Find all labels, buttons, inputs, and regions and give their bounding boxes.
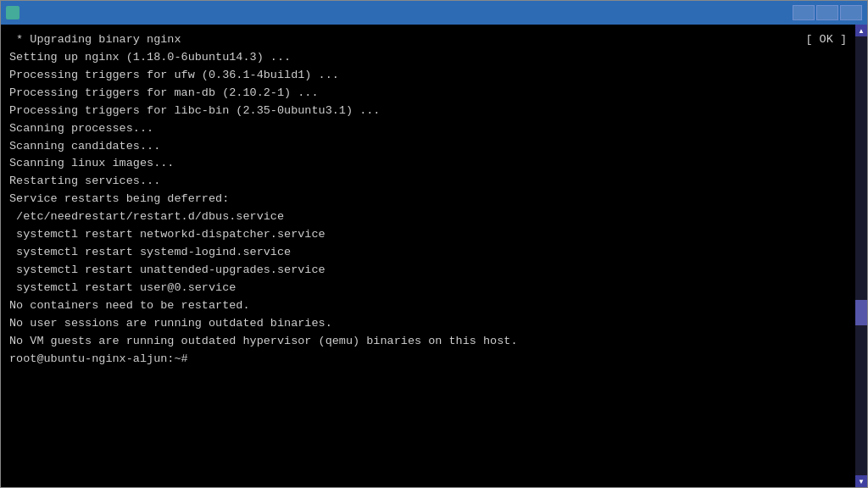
- scroll-up-arrow[interactable]: ▲: [855, 25, 867, 36]
- terminal-line: Scanning processes...: [9, 120, 847, 138]
- terminal-line: systemctl restart systemd-logind.service: [9, 244, 847, 262]
- terminal-line: Processing triggers for ufw (0.36.1-4bui…: [9, 67, 847, 85]
- terminal-line: systemctl restart unattended-upgrades.se…: [9, 262, 847, 280]
- scrollbar-track[interactable]: [855, 36, 867, 475]
- terminal-line: Scanning candidates...: [9, 138, 847, 156]
- terminal-line: Processing triggers for libc-bin (2.35-0…: [9, 103, 847, 120]
- terminal-line: No containers need to be restarted.: [9, 297, 847, 315]
- terminal-line: Setting up nginx (1.18.0-6ubuntu14.3) ..…: [9, 49, 847, 67]
- terminal-line: Processing triggers for man-db (2.10.2-1…: [9, 85, 847, 103]
- terminal-output[interactable]: * Upgrading binary nginx[ OK ]Setting up…: [1, 25, 855, 487]
- terminal-container: * Upgrading binary nginx[ OK ]Setting up…: [1, 25, 867, 487]
- app-icon: [6, 6, 19, 19]
- vertical-scrollbar[interactable]: ▲ ▼: [855, 25, 867, 487]
- terminal-line: Service restarts being deferred:: [9, 191, 847, 208]
- terminal-line: No user sessions are running outdated bi…: [9, 315, 847, 333]
- line-text: * Upgrading binary nginx: [9, 31, 181, 49]
- scrollbar-thumb[interactable]: [855, 300, 867, 325]
- terminal-line: root@ubuntu-nginx-aljun:~#: [9, 351, 847, 369]
- title-bar: [1, 1, 867, 25]
- title-bar-left: [6, 6, 25, 19]
- maximize-button[interactable]: [816, 5, 838, 20]
- terminal-line: No VM guests are running outdated hyperv…: [9, 333, 847, 351]
- terminal-line: Scanning linux images...: [9, 155, 847, 173]
- close-button[interactable]: [840, 5, 862, 20]
- terminal-line: /etc/needrestart/restart.d/dbus.service: [9, 208, 847, 226]
- minimize-button[interactable]: [793, 5, 815, 20]
- terminal-line: systemctl restart user@0.service: [9, 280, 847, 297]
- terminal-line: * Upgrading binary nginx[ OK ]: [9, 31, 847, 49]
- terminal-line: systemctl restart networkd-dispatcher.se…: [9, 226, 847, 244]
- window: * Upgrading binary nginx[ OK ]Setting up…: [0, 0, 868, 488]
- scroll-down-arrow[interactable]: ▼: [855, 475, 867, 487]
- ok-badge: [ OK ]: [805, 31, 847, 49]
- terminal-line: Restarting services...: [9, 173, 847, 191]
- window-controls: [793, 5, 862, 20]
